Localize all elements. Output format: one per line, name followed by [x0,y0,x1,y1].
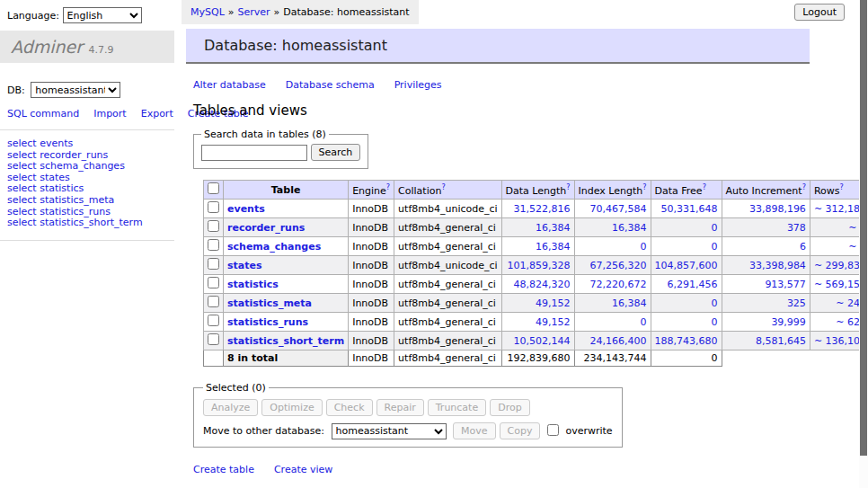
table-name-link[interactable]: events [227,203,265,215]
sidebar-table-link[interactable]: select statistics_meta [7,195,167,207]
overwrite-label[interactable]: overwrite [565,425,612,437]
cell-collation: utf8mb4_general_ci [394,237,501,256]
auto-increment-link[interactable]: 6 [800,241,806,253]
table-name-link[interactable]: statistics_meta [227,297,312,309]
cell-auto-increment: 33,898,196 [722,200,810,218]
row-checkbox[interactable] [208,239,219,251]
table-name-link[interactable]: statistics_short_term [227,335,344,347]
auto-increment-link[interactable]: 8,581,645 [756,335,806,347]
data-free-link[interactable]: 0 [712,297,718,309]
index-length-link[interactable]: 24,166,400 [590,335,647,347]
search-legend: Search data in tables (8) [201,129,329,140]
table-name-link[interactable]: statistics_runs [227,316,308,328]
help-icon[interactable]: ? [566,183,570,191]
sidebar-table-link[interactable]: select events [7,138,167,150]
data-free-link[interactable]: 50,331,648 [661,203,718,215]
index-length-link[interactable]: 67,256,320 [590,260,647,271]
data-length-link[interactable]: 31,522,816 [514,203,571,215]
data-length-link[interactable]: 101,859,328 [508,260,571,271]
data-length-link[interactable]: 48,824,320 [514,279,571,290]
create-table-link[interactable]: Create table [193,464,254,475]
data-free-link[interactable]: 0 [712,241,718,253]
sidebar-link-import[interactable]: Import [93,108,127,120]
index-length-link[interactable]: 16,384 [612,297,647,309]
row-checkbox[interactable] [208,201,219,213]
nav-link-privileges[interactable]: Privileges [394,79,442,91]
nav-link-database-schema[interactable]: Database schema [286,79,375,91]
table-name-link[interactable]: recorder_runs [227,222,305,234]
help-icon[interactable]: ? [839,183,843,191]
move-db-select[interactable]: homeassistant [332,423,447,439]
drop-button[interactable]: Drop [490,399,529,416]
db-select[interactable]: homeassistant [31,82,120,98]
breadcrumb-item[interactable]: Server [238,6,270,18]
data-free-link[interactable]: 0 [712,316,718,328]
index-length-link[interactable]: 0 [641,316,647,328]
overwrite-checkbox[interactable] [547,424,559,436]
row-checkbox[interactable] [208,333,219,345]
row-select-cell [204,218,224,237]
copy-button[interactable]: Copy [500,422,541,439]
data-free-link[interactable]: 104,857,600 [655,260,718,271]
sidebar-link-export[interactable]: Export [141,108,173,120]
cell-engine: InnoDB [349,256,394,275]
language-select[interactable]: English [63,7,142,23]
optimize-button[interactable]: Optimize [261,399,322,416]
data-free-link[interactable]: 188,743,680 [655,335,718,347]
page-title: Database: homeassistant [186,29,810,64]
help-icon[interactable]: ? [642,183,646,191]
move-button[interactable]: Move [453,422,496,439]
index-length-link[interactable]: 70,467,584 [590,203,647,215]
check-button[interactable]: Check [326,399,373,416]
row-checkbox[interactable] [208,277,219,288]
data-length-link[interactable]: 16,384 [536,241,571,253]
row-checkbox[interactable] [208,296,219,307]
nav-link-alter-database[interactable]: Alter database [193,79,266,91]
row-checkbox[interactable] [208,220,219,232]
data-length-link[interactable]: 49,152 [536,316,571,328]
row-checkbox[interactable] [208,258,219,270]
help-icon[interactable]: ? [386,183,390,191]
index-length-link[interactable]: 0 [641,241,647,253]
data-length-link[interactable]: 16,384 [536,222,571,234]
help-icon[interactable]: ? [441,183,445,191]
scrollbar-thumb[interactable] [860,0,867,456]
cell-index-length: 24,166,400 [574,332,651,350]
auto-increment-link[interactable]: 378 [787,222,806,234]
index-length-link[interactable]: 16,384 [612,222,647,234]
index-length-link[interactable]: 72,220,672 [590,279,647,290]
help-icon[interactable]: ? [703,183,706,191]
table-name-link[interactable]: states [227,260,262,271]
sidebar-table-link[interactable]: select statistics_short_term [7,217,167,229]
data-free-link[interactable]: 0 [712,222,718,234]
vertical-scrollbar[interactable] [859,0,868,488]
search-button[interactable]: Search [311,144,361,161]
table-name-link[interactable]: statistics [227,279,279,290]
table-name-link[interactable]: schema_changes [227,241,321,253]
auto-increment-link[interactable]: 913,577 [765,279,806,290]
repair-button[interactable]: Repair [376,399,424,416]
create-view-link[interactable]: Create view [274,464,332,475]
breadcrumb-item[interactable]: MySQL [190,6,225,18]
search-input[interactable] [201,145,307,161]
cell-auto-increment: 6 [722,237,810,256]
data-length-link[interactable]: 49,152 [536,297,571,309]
sidebar-link-sql-command[interactable]: SQL command [7,108,79,120]
cell-table-name: statistics [224,275,349,294]
data-free-link[interactable]: 6,291,456 [668,279,718,290]
data-length-link[interactable]: 10,502,144 [514,335,571,347]
auto-increment-link[interactable]: 325 [787,297,806,309]
auto-increment-link[interactable]: 33,398,984 [749,260,806,271]
table-row: statistics_metaInnoDButf8mb4_general_ci4… [204,294,868,313]
help-icon[interactable]: ? [802,183,806,191]
row-select-cell [204,256,224,275]
sidebar-table-link[interactable]: select schema_changes [7,161,167,173]
auto-increment-link[interactable]: 39,999 [771,316,806,328]
row-checkbox[interactable] [208,315,219,326]
analyze-button[interactable]: Analyze [203,399,258,416]
select-all-checkbox[interactable] [208,182,219,194]
auto-increment-link[interactable]: 33,898,196 [749,203,806,215]
truncate-button[interactable]: Truncate [428,399,486,416]
table-row: eventsInnoDButf8mb4_unicode_ci31,522,816… [204,200,868,218]
logout-button[interactable]: Logout [794,4,845,21]
